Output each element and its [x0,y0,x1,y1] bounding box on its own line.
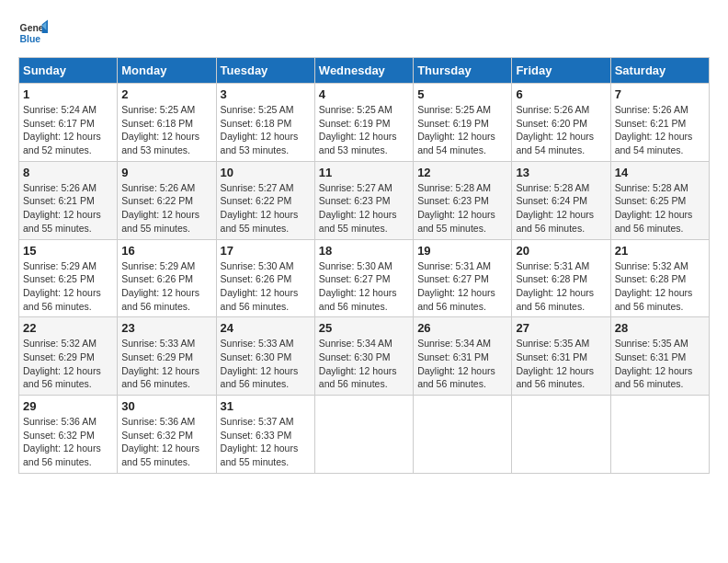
day-info: Sunrise: 5:25 AM Sunset: 6:18 PM Dayligh… [221,103,311,157]
day-number: 6 [516,87,606,101]
day-number: 9 [121,166,211,179]
calendar-cell: 17 Sunrise: 5:30 AM Sunset: 6:26 PM Dayl… [216,239,314,317]
calendar-cell: 23 Sunrise: 5:33 AM Sunset: 6:29 PM Dayl… [118,317,216,396]
day-number: 22 [23,321,113,335]
day-number: 29 [23,399,113,413]
calendar-cell: 30 Sunrise: 5:36 AM Sunset: 6:32 PM Dayl… [118,396,216,474]
day-number: 5 [417,87,507,101]
calendar-cell: 21 Sunrise: 5:32 AM Sunset: 6:28 PM Dayl… [610,239,709,317]
header: General Blue [18,18,710,48]
weekday-header-monday: Monday [118,58,216,84]
day-info: Sunrise: 5:28 AM Sunset: 6:24 PM Dayligh… [516,181,606,236]
day-info: Sunrise: 5:34 AM Sunset: 6:30 PM Dayligh… [319,337,409,391]
day-info: Sunrise: 5:31 AM Sunset: 6:28 PM Dayligh… [516,259,606,314]
calendar-week-1: 1 Sunrise: 5:24 AM Sunset: 6:17 PM Dayli… [19,84,710,162]
day-number: 27 [516,321,606,335]
day-info: Sunrise: 5:31 AM Sunset: 6:27 PM Dayligh… [417,259,507,314]
calendar-cell: 18 Sunrise: 5:30 AM Sunset: 6:27 PM Dayl… [314,239,413,317]
calendar-cell: 16 Sunrise: 5:29 AM Sunset: 6:26 PM Dayl… [118,239,216,317]
calendar-cell: 5 Sunrise: 5:25 AM Sunset: 6:19 PM Dayli… [414,84,512,162]
calendar-cell: 19 Sunrise: 5:31 AM Sunset: 6:27 PM Dayl… [414,239,512,317]
logo: General Blue [18,18,51,48]
calendar-cell: 20 Sunrise: 5:31 AM Sunset: 6:28 PM Dayl… [512,239,610,317]
day-info: Sunrise: 5:24 AM Sunset: 6:17 PM Dayligh… [23,103,113,157]
day-info: Sunrise: 5:25 AM Sunset: 6:19 PM Dayligh… [319,103,409,157]
day-number: 3 [221,87,311,101]
calendar-cell: 25 Sunrise: 5:34 AM Sunset: 6:30 PM Dayl… [314,317,413,396]
svg-text:Blue: Blue [20,34,41,44]
calendar-cell: 24 Sunrise: 5:33 AM Sunset: 6:30 PM Dayl… [216,317,314,396]
calendar-cell: 22 Sunrise: 5:32 AM Sunset: 6:29 PM Dayl… [19,317,118,396]
calendar-cell: 7 Sunrise: 5:26 AM Sunset: 6:21 PM Dayli… [610,84,709,162]
day-info: Sunrise: 5:26 AM Sunset: 6:22 PM Dayligh… [121,181,211,236]
day-number: 12 [417,166,507,179]
weekday-header-wednesday: Wednesday [314,58,413,84]
day-number: 18 [319,244,409,258]
calendar-cell: 9 Sunrise: 5:26 AM Sunset: 6:22 PM Dayli… [118,161,216,239]
day-number: 13 [516,166,606,179]
logo-icon: General Blue [18,18,48,48]
calendar-header-row: SundayMondayTuesdayWednesdayThursdayFrid… [19,58,710,84]
weekday-header-tuesday: Tuesday [216,58,314,84]
calendar-cell [414,396,512,474]
day-number: 28 [615,321,705,335]
calendar-cell: 4 Sunrise: 5:25 AM Sunset: 6:19 PM Dayli… [314,84,413,162]
calendar-week-5: 29 Sunrise: 5:36 AM Sunset: 6:32 PM Dayl… [19,396,710,474]
day-info: Sunrise: 5:30 AM Sunset: 6:27 PM Dayligh… [319,259,409,314]
calendar-cell: 11 Sunrise: 5:27 AM Sunset: 6:23 PM Dayl… [314,161,413,239]
day-number: 16 [121,244,211,258]
day-info: Sunrise: 5:29 AM Sunset: 6:26 PM Dayligh… [121,259,211,314]
day-number: 20 [516,244,606,258]
calendar-cell: 27 Sunrise: 5:35 AM Sunset: 6:31 PM Dayl… [512,317,610,396]
day-number: 19 [417,244,507,258]
day-number: 30 [121,399,211,413]
day-info: Sunrise: 5:28 AM Sunset: 6:25 PM Dayligh… [615,181,705,236]
day-number: 26 [417,321,507,335]
calendar-cell: 6 Sunrise: 5:26 AM Sunset: 6:20 PM Dayli… [512,84,610,162]
day-number: 17 [221,244,311,258]
day-number: 10 [221,166,311,179]
calendar-cell [610,396,709,474]
calendar-cell: 29 Sunrise: 5:36 AM Sunset: 6:32 PM Dayl… [19,396,118,474]
calendar-cell: 1 Sunrise: 5:24 AM Sunset: 6:17 PM Dayli… [19,84,118,162]
day-number: 4 [319,87,409,101]
calendar-cell: 13 Sunrise: 5:28 AM Sunset: 6:24 PM Dayl… [512,161,610,239]
day-number: 25 [319,321,409,335]
day-info: Sunrise: 5:28 AM Sunset: 6:23 PM Dayligh… [417,181,507,236]
calendar-cell: 15 Sunrise: 5:29 AM Sunset: 6:25 PM Dayl… [19,239,118,317]
calendar-cell: 26 Sunrise: 5:34 AM Sunset: 6:31 PM Dayl… [414,317,512,396]
calendar-cell: 8 Sunrise: 5:26 AM Sunset: 6:21 PM Dayli… [19,161,118,239]
day-info: Sunrise: 5:25 AM Sunset: 6:18 PM Dayligh… [121,103,211,157]
day-info: Sunrise: 5:32 AM Sunset: 6:29 PM Dayligh… [23,337,113,391]
day-info: Sunrise: 5:30 AM Sunset: 6:26 PM Dayligh… [221,259,311,314]
day-info: Sunrise: 5:36 AM Sunset: 6:32 PM Dayligh… [23,415,113,469]
calendar-cell: 12 Sunrise: 5:28 AM Sunset: 6:23 PM Dayl… [414,161,512,239]
day-number: 7 [615,87,705,101]
day-info: Sunrise: 5:33 AM Sunset: 6:29 PM Dayligh… [121,337,211,391]
day-info: Sunrise: 5:35 AM Sunset: 6:31 PM Dayligh… [615,337,705,391]
calendar-week-2: 8 Sunrise: 5:26 AM Sunset: 6:21 PM Dayli… [19,161,710,239]
day-info: Sunrise: 5:26 AM Sunset: 6:20 PM Dayligh… [516,103,606,157]
day-number: 15 [23,244,113,258]
day-number: 24 [221,321,311,335]
calendar-week-3: 15 Sunrise: 5:29 AM Sunset: 6:25 PM Dayl… [19,239,710,317]
day-info: Sunrise: 5:27 AM Sunset: 6:23 PM Dayligh… [319,181,409,236]
calendar-cell: 10 Sunrise: 5:27 AM Sunset: 6:22 PM Dayl… [216,161,314,239]
calendar-cell: 3 Sunrise: 5:25 AM Sunset: 6:18 PM Dayli… [216,84,314,162]
day-info: Sunrise: 5:34 AM Sunset: 6:31 PM Dayligh… [417,337,507,391]
day-info: Sunrise: 5:27 AM Sunset: 6:22 PM Dayligh… [221,181,311,236]
weekday-header-thursday: Thursday [414,58,512,84]
calendar-cell: 28 Sunrise: 5:35 AM Sunset: 6:31 PM Dayl… [610,317,709,396]
day-number: 21 [615,244,705,258]
day-number: 2 [121,87,211,101]
day-number: 31 [221,399,311,413]
day-info: Sunrise: 5:32 AM Sunset: 6:28 PM Dayligh… [615,259,705,314]
day-info: Sunrise: 5:35 AM Sunset: 6:31 PM Dayligh… [516,337,606,391]
day-number: 1 [23,87,113,101]
day-number: 14 [615,166,705,179]
day-number: 11 [319,166,409,179]
day-info: Sunrise: 5:26 AM Sunset: 6:21 PM Dayligh… [615,103,705,157]
day-info: Sunrise: 5:36 AM Sunset: 6:32 PM Dayligh… [121,415,211,469]
calendar-cell [512,396,610,474]
day-info: Sunrise: 5:33 AM Sunset: 6:30 PM Dayligh… [221,337,311,391]
